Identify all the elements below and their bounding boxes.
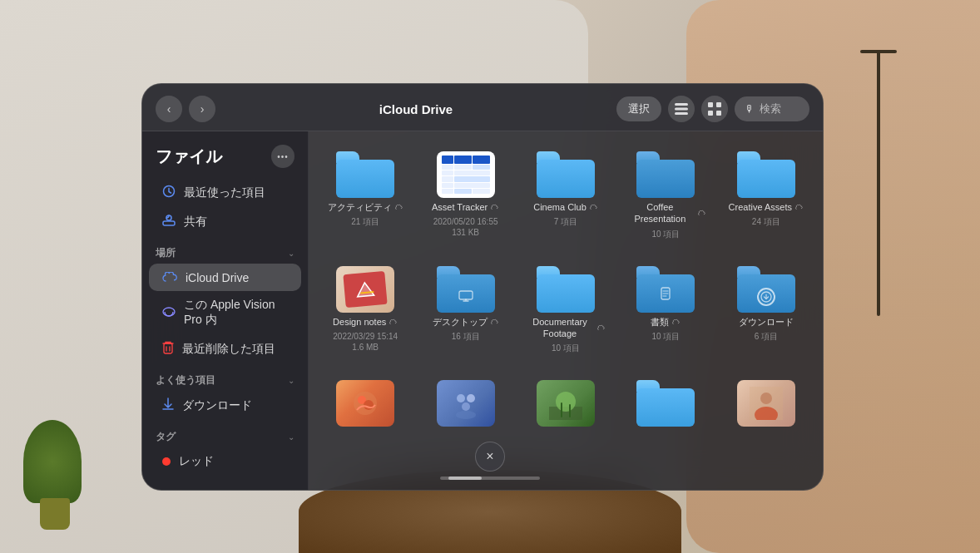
svg-rect-8 (163, 221, 175, 225)
recent-label: 最近使った項目 (184, 185, 265, 200)
thumb-person-icon (737, 380, 795, 427)
scroll-indicator (440, 476, 540, 480)
file-item-library[interactable]: 書類 10 項目 (622, 259, 709, 361)
icloud-icon (162, 270, 177, 284)
file-item-design-notes[interactable]: Design notes 2022/03/29 15:141.6 MB (322, 259, 408, 361)
close-window-button[interactable]: × (475, 442, 505, 472)
svg-rect-12 (459, 291, 473, 299)
folder-coffee-icon (636, 151, 695, 198)
file-name-creative-assets: Creative Assets (729, 201, 804, 213)
scroll-thumb (448, 476, 482, 480)
file-item-documentary[interactable]: Documentary Footage 10 項目 (522, 259, 609, 361)
file-item-creative-assets[interactable]: Creative Assets 24 項目 (723, 145, 809, 246)
sidebar-item-trash[interactable]: 最近削除した項目 (149, 334, 301, 363)
file-item-desktop[interactable]: デスクトップ 16 項目 (422, 259, 508, 361)
folder-activiti-icon (336, 151, 394, 198)
svg-rect-0 (675, 103, 688, 106)
file-item-folder-small[interactable] (622, 373, 709, 433)
file-name-asset-tracker: Asset Tracker (432, 201, 499, 213)
svg-rect-5 (708, 111, 713, 116)
file-name-cinema-club: Cinema Club (533, 201, 598, 213)
download-icon (162, 397, 174, 413)
places-title: 場所 (156, 246, 176, 260)
tags-chevron: ⌄ (288, 432, 294, 442)
back-button[interactable]: ‹ (156, 96, 182, 122)
file-item-photo-nature[interactable] (522, 373, 609, 433)
svg-point-18 (457, 394, 465, 402)
more-button[interactable]: ••• (271, 145, 294, 168)
forward-button[interactable]: › (189, 96, 215, 122)
svg-point-20 (462, 402, 470, 411)
design-thumb-art (344, 270, 388, 307)
sidebar-item-recent[interactable]: 最近使った項目 (149, 178, 301, 207)
file-meta-downloads2: 6 項目 (755, 331, 778, 342)
view-list-button[interactable] (668, 96, 695, 122)
file-item-photo-family[interactable] (422, 373, 508, 433)
sidebar-item-icloud[interactable]: iCloud Drive (149, 264, 301, 291)
search-bar[interactable]: 🎙 検索 (735, 96, 809, 121)
file-item-activiti[interactable]: アクティビティ 21 項目 (322, 145, 408, 246)
file-name-downloads2: ダウンロード (739, 316, 794, 328)
file-item-photo-food[interactable] (322, 373, 408, 433)
tags-title: タグ (156, 430, 176, 444)
files-window: ‹ › iCloud Drive 選択 🎙 検索 (141, 83, 824, 491)
library-overlay-icon (660, 287, 671, 306)
sidebar: ファイル ••• 最近使った項目 (142, 131, 309, 490)
sidebar-item-shared[interactable]: 共有 (149, 207, 301, 236)
folder-small-icon (636, 380, 695, 427)
folder-downloads-icon (737, 266, 795, 313)
tags-section: タグ ⌄ (142, 420, 308, 447)
svg-point-23 (556, 392, 576, 412)
trash-icon (162, 341, 174, 357)
favorites-header[interactable]: よく使う項目 ⌄ (156, 373, 294, 388)
file-meta-creative-assets: 24 項目 (752, 216, 780, 227)
file-meta-cinema-club: 7 項目 (554, 216, 577, 227)
svg-point-17 (364, 400, 374, 410)
places-header[interactable]: 場所 ⌄ (156, 246, 294, 260)
sidebar-item-downloads[interactable]: ダウンロード (149, 391, 301, 420)
file-name-coffee-presentation: Coffee Presentation (626, 201, 705, 225)
svg-rect-11 (164, 343, 172, 353)
downloads-label: ダウンロード (182, 398, 252, 413)
file-grid: アクティビティ 21 項目 (322, 145, 809, 433)
folder-library-icon (636, 266, 695, 313)
svg-rect-6 (716, 111, 721, 116)
tags-header[interactable]: タグ ⌄ (156, 430, 294, 444)
svg-rect-1 (675, 108, 688, 111)
app-title: ファイル (156, 146, 222, 168)
sidebar-item-device[interactable]: この Apple Vision Pro 内 (149, 291, 301, 334)
recent-icon (162, 185, 176, 200)
file-meta-coffee-presentation: 10 項目 (651, 229, 680, 239)
favorites-title: よく使う項目 (156, 373, 215, 388)
file-item-asset-tracker[interactable]: Asset Tracker 2020/05/20 16:55131 KB (422, 145, 508, 246)
thumb-family-icon (437, 380, 495, 427)
favorites-section: よく使う項目 ⌄ (142, 363, 308, 391)
svg-point-19 (467, 394, 475, 402)
red-tag-label: レッド (179, 454, 214, 469)
thumb-food-icon (336, 380, 394, 427)
file-item-photo-person[interactable] (723, 373, 809, 433)
file-item-coffee-presentation[interactable]: Coffee Presentation 10 項目 (622, 145, 709, 246)
file-name-library: 書類 (651, 316, 681, 328)
icloud-label: iCloud Drive (186, 271, 249, 284)
select-button[interactable]: 選択 (616, 96, 661, 121)
spreadsheet-icon-asset-tracker (437, 151, 495, 198)
file-name-design-notes: Design notes (333, 316, 398, 328)
file-meta-asset-tracker: 2020/05/20 16:55131 KB (433, 216, 498, 238)
svg-rect-3 (708, 102, 713, 107)
shared-icon (162, 214, 176, 230)
sidebar-item-red-tag[interactable]: レッド (149, 447, 301, 476)
view-grid-button[interactable] (701, 96, 728, 122)
file-name-activiti: アクティビティ (328, 201, 403, 213)
thumb-nature-icon (537, 380, 595, 427)
svg-point-25 (760, 393, 772, 404)
file-item-downloads2[interactable]: ダウンロード 6 項目 (723, 259, 809, 361)
folder-documentary-icon (537, 266, 595, 313)
plant-leaves (23, 420, 82, 503)
main-content: アクティビティ 21 項目 (309, 131, 823, 490)
shared-label: 共有 (184, 215, 207, 230)
coat-rack-pole (877, 50, 880, 316)
file-item-cinema-club[interactable]: Cinema Club 7 項目 (522, 145, 609, 246)
trash-label: 最近削除した項目 (182, 342, 275, 357)
file-meta-library: 10 項目 (651, 331, 680, 342)
